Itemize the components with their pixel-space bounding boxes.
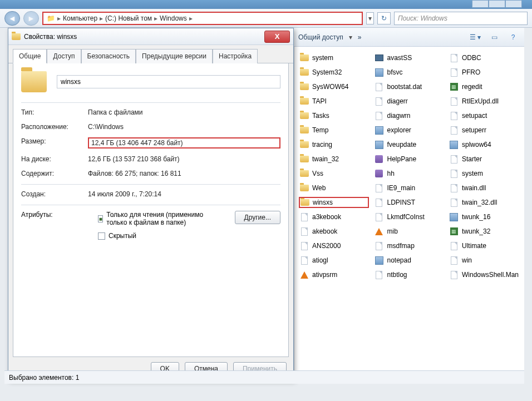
share-dropdown[interactable]: Общий доступ	[298, 33, 343, 41]
file-item[interactable]: atiogl	[299, 255, 369, 266]
tab-panel-general: Тип:Папка с файлами Расположение:C:\Wind…	[13, 63, 289, 357]
window-titlebar	[0, 0, 532, 9]
file-item[interactable]: explorer	[373, 125, 444, 136]
help-button[interactable]: ?	[506, 32, 520, 43]
file-item[interactable]: winsxs	[299, 197, 369, 208]
file-item[interactable]: RtlExUpd.dll	[449, 96, 520, 107]
file-item[interactable]: twunk_16	[449, 211, 520, 222]
file-item[interactable]: diagwrn	[373, 110, 444, 121]
crumb-folder[interactable]: Windows	[160, 14, 187, 22]
tab-general[interactable]: Общие	[13, 49, 47, 63]
file-item[interactable]: Ultimate	[449, 240, 520, 251]
dialog-titlebar[interactable]: Свойства: winsxs X	[8, 28, 293, 45]
file-name: winsxs	[313, 199, 333, 206]
file-item[interactable]: IE9_main	[373, 182, 444, 194]
close-button[interactable]: X	[264, 31, 290, 43]
file-item[interactable]: system	[299, 52, 369, 63]
folder-icon-large	[21, 71, 47, 92]
file-item[interactable]: ODBC	[449, 52, 520, 63]
app-icon	[375, 141, 383, 148]
file-item[interactable]: Web	[299, 182, 369, 194]
file-item[interactable]: HelpPane	[373, 154, 444, 165]
checkbox-icon: ■	[98, 215, 103, 222]
file-item[interactable]: system	[449, 168, 520, 179]
file-item[interactable]: akebook	[299, 226, 369, 237]
file-item[interactable]: ntbtlog	[373, 269, 444, 280]
file-item[interactable]: diagerr	[373, 96, 444, 107]
file-item[interactable]: msdfmap	[373, 240, 444, 251]
folder-icon	[300, 170, 309, 177]
hidden-checkbox[interactable]: Скрытый	[98, 232, 225, 240]
file-item[interactable]: Vss	[299, 168, 369, 179]
file-item[interactable]: setuperr	[449, 125, 520, 136]
file-item[interactable]: setupact	[449, 110, 520, 121]
file-item[interactable]: ▦twunk_32	[449, 226, 520, 237]
file-item[interactable]: SysWOW64	[299, 81, 369, 92]
file-item[interactable]: PFRO	[449, 67, 520, 78]
file-item[interactable]: System32	[299, 67, 369, 78]
folder-icon	[300, 155, 309, 163]
file-item[interactable]: a3kebook	[299, 211, 369, 222]
file-name: tracing	[312, 141, 332, 148]
chevron-down-icon: ▾	[349, 33, 352, 41]
navigation-bar: ◄ ► 📁 ▸ Компьютер ▸ (C:) Новый том ▸ Win…	[0, 9, 532, 28]
file-item[interactable]: tracing	[299, 139, 369, 150]
file-item[interactable]: splwow64	[449, 139, 520, 150]
file-item[interactable]: twain.dll	[449, 182, 520, 194]
tab-prev-versions[interactable]: Предыдущие версии	[136, 49, 213, 63]
folder-icon	[300, 83, 309, 91]
file-item[interactable]: ativpsrm	[299, 269, 369, 280]
search-input[interactable]: Поиск: Windows	[394, 12, 528, 25]
crumb-drive[interactable]: (C:) Новый том	[105, 14, 152, 22]
file-icon	[450, 126, 459, 134]
file-item[interactable]: Tasks	[299, 110, 369, 121]
maximize-button[interactable]	[489, 0, 505, 8]
file-name: ntbtlog	[387, 271, 407, 279]
checkbox-icon	[98, 232, 105, 240]
file-item[interactable]: Starter	[449, 154, 520, 165]
tab-security[interactable]: Безопасность	[81, 49, 136, 63]
file-icon	[375, 213, 383, 221]
file-item[interactable]: bfsvc	[373, 67, 444, 78]
address-history-dropdown[interactable]: ▾	[366, 12, 374, 24]
file-item[interactable]: ▦regedit	[449, 81, 520, 92]
file-list-pane: systemSystem32SysWOW64TAPITasksTemptraci…	[294, 47, 524, 373]
file-item[interactable]: TAPI	[299, 96, 369, 107]
back-button[interactable]: ◄	[4, 11, 20, 26]
minimize-button[interactable]	[472, 0, 489, 8]
file-item[interactable]: fveupdate	[373, 139, 444, 150]
file-name: ativpsrm	[312, 271, 337, 279]
file-item[interactable]: WindowsShell.Man	[449, 269, 520, 280]
file-name: ODBC	[462, 54, 481, 62]
file-item[interactable]: ANS2000	[299, 240, 369, 251]
tab-access[interactable]: Доступ	[47, 49, 81, 63]
toolbar-overflow[interactable]: »	[358, 33, 362, 41]
view-options-button[interactable]: ☰ ▾	[469, 32, 482, 43]
readonly-checkbox[interactable]: ■ Только для чтения (применимо только к …	[98, 211, 225, 226]
tab-customize[interactable]: Настройка	[213, 49, 258, 63]
file-item[interactable]: hh	[373, 168, 444, 179]
forward-button[interactable]: ►	[23, 11, 39, 26]
file-item[interactable]: notepad	[373, 255, 444, 266]
breadcrumb[interactable]: 📁 ▸ Компьютер ▸ (C:) Новый том ▸ Windows…	[42, 12, 363, 25]
crumb-computer[interactable]: Компьютер	[63, 14, 97, 22]
file-item[interactable]: Temp	[299, 125, 369, 136]
file-item[interactable]: bootstat.dat	[373, 81, 444, 92]
file-item[interactable]: twain_32	[299, 154, 369, 165]
refresh-button[interactable]: ↻	[377, 12, 391, 24]
file-icon	[450, 112, 459, 120]
file-icon	[450, 199, 459, 206]
file-item[interactable]: avastSS	[373, 52, 444, 63]
file-name: a3kebook	[312, 213, 341, 221]
preview-pane-button[interactable]: ▭	[487, 32, 501, 43]
file-item[interactable]: LkmdfCoInst	[373, 211, 444, 222]
file-item[interactable]: win	[449, 255, 520, 266]
window-close-button[interactable]	[505, 0, 522, 8]
file-item[interactable]: mib	[373, 226, 444, 237]
file-item[interactable]: twain_32.dll	[449, 197, 520, 208]
file-name: system	[312, 54, 333, 62]
more-attributes-button[interactable]: Другие...	[235, 211, 280, 224]
file-item[interactable]: LDPINST	[373, 197, 444, 208]
file-icon	[375, 242, 383, 250]
folder-name-input[interactable]	[57, 75, 280, 88]
